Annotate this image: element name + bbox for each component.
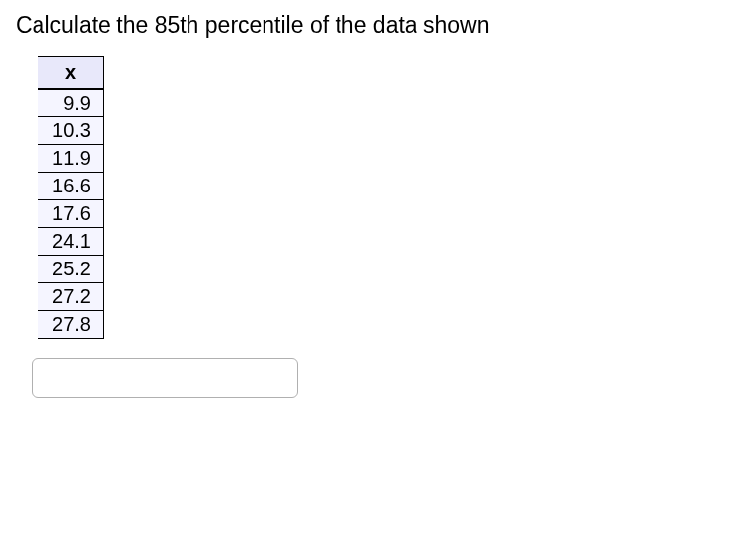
table-cell: 16.6 bbox=[38, 173, 104, 200]
table-row: 25.2 bbox=[38, 256, 104, 283]
question-prompt: Calculate the 85th percentile of the dat… bbox=[16, 12, 740, 38]
table-cell: 17.6 bbox=[38, 200, 104, 228]
table-cell: 24.1 bbox=[38, 228, 104, 256]
table-row: 11.9 bbox=[38, 145, 104, 173]
answer-input[interactable] bbox=[32, 358, 298, 398]
table-row: 27.8 bbox=[38, 311, 104, 339]
table-row: 10.3 bbox=[38, 117, 104, 145]
table-row: 17.6 bbox=[38, 200, 104, 228]
table-row: 24.1 bbox=[38, 228, 104, 256]
table-cell: 10.3 bbox=[38, 117, 104, 145]
table-body: 9.9 10.3 11.9 16.6 17.6 24.1 25.2 27.2 2… bbox=[38, 89, 104, 339]
table-row: 27.2 bbox=[38, 283, 104, 311]
table-cell: 9.9 bbox=[38, 89, 104, 117]
table-header-x: x bbox=[38, 57, 104, 90]
table-cell: 11.9 bbox=[38, 145, 104, 173]
data-table: x 9.9 10.3 11.9 16.6 17.6 24.1 25.2 27.2… bbox=[38, 56, 104, 339]
table-cell: 27.2 bbox=[38, 283, 104, 311]
table-row: 16.6 bbox=[38, 173, 104, 200]
table-cell: 25.2 bbox=[38, 256, 104, 283]
table-cell: 27.8 bbox=[38, 311, 104, 339]
table-row: 9.9 bbox=[38, 89, 104, 117]
